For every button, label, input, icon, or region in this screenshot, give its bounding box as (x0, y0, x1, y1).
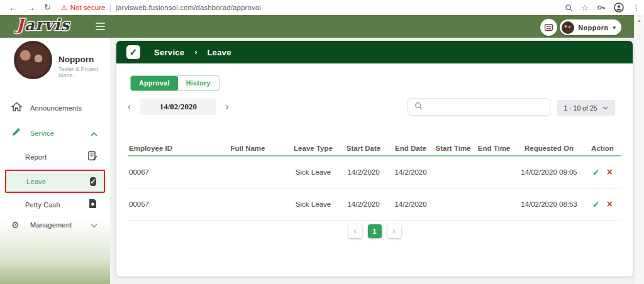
sidebar-item-management[interactable]: ⚙ Management (0, 214, 110, 236)
cell-start-date: 14/2/2020 (338, 200, 389, 208)
sidebar-item-label: Management (30, 221, 72, 229)
col-end-time: End Time (474, 145, 514, 152)
cell-end-date: 14/2/2020 (389, 168, 433, 176)
sidebar-item-leave[interactable]: Leave ✓ (5, 170, 105, 193)
pencil-icon (11, 127, 21, 139)
refresh-icon[interactable]: ↻ (44, 0, 51, 15)
user-menu-button[interactable]: Nopporn ▾ (560, 19, 621, 35)
breadcrumb-section[interactable]: Service (154, 48, 184, 57)
col-start-time: Start Time (433, 145, 474, 152)
screen: ← → ↻ ⚠ Not secure jarvisweb.fusionsol.c… (0, 0, 644, 284)
petty-cash-icon (88, 199, 97, 211)
cell-employee-id: 00057 (128, 200, 208, 208)
page-1-button[interactable]: 1 (368, 224, 382, 238)
browser-actions: ☆ ⋮ (565, 0, 640, 15)
profile-name: Nopporn (58, 55, 94, 64)
sidebar-item-service[interactable]: Service (0, 122, 110, 145)
main-area: ✓ Service › Leave Approval History ‹ 14/… (110, 38, 634, 284)
col-requested-on: Requested On (514, 145, 584, 152)
chevron-down-icon (91, 219, 97, 231)
search-icon (414, 101, 423, 112)
col-full-name: Full Name (208, 145, 288, 152)
hamburger-menu-icon[interactable] (96, 23, 105, 32)
report-icon (87, 151, 97, 163)
address-divider (110, 4, 111, 12)
table-header-row: Employee ID Full Name Leave Type Start D… (128, 141, 621, 156)
col-leave-type: Leave Type (288, 145, 338, 152)
cell-requested-on: 14/02/2020 08:53 (514, 200, 584, 208)
cell-leave-type: Sick Leave (288, 200, 338, 208)
prev-page-button[interactable]: ‹ (348, 224, 362, 238)
sidebar: Nopporn Tester & Project Mana... Announc… (0, 38, 110, 284)
cell-requested-on: 14/02/2020 09:05 (514, 168, 584, 176)
not-secure-warning-icon: ⚠ (61, 4, 67, 12)
sidebar-item-announcements[interactable]: Announcements (0, 97, 110, 119)
sidebar-item-report[interactable]: Report (0, 146, 110, 168)
bookmark-star-icon[interactable]: ☆ (581, 3, 589, 13)
next-page-button[interactable]: › (387, 224, 401, 238)
tab-bar: Approval History (130, 75, 219, 91)
breadcrumb-separator-icon: › (194, 48, 197, 57)
app-header: Jarvis Nopporn ▾ (0, 15, 634, 38)
content-header: ✓ Service › Leave (116, 41, 633, 63)
date-field[interactable]: 14/02/2020 (140, 99, 216, 115)
chevron-down-icon: ▾ (613, 25, 616, 31)
approve-icon[interactable]: ✓ (592, 199, 600, 209)
leave-requests-table: Employee ID Full Name Leave Type Start D… (128, 141, 621, 221)
table-row: 00067 Sick Leave 14/2/2020 14/2/2020 14/… (128, 156, 621, 188)
back-icon[interactable]: ← (9, 0, 18, 15)
password-key-icon[interactable] (597, 3, 606, 12)
not-secure-label[interactable]: Not secure (70, 4, 106, 11)
jarvis-logo[interactable]: Jarvis (16, 16, 70, 34)
next-date-icon[interactable]: › (225, 99, 228, 115)
logo-letter: J (16, 16, 25, 34)
gear-icon: ⚙ (11, 220, 19, 230)
tab-approval[interactable]: Approval (131, 76, 178, 90)
col-start-date: Start Date (338, 145, 389, 152)
reject-icon[interactable]: × (607, 168, 613, 177)
cell-leave-type: Sick Leave (288, 168, 338, 176)
chevron-down-icon (602, 106, 608, 110)
cell-action: ✓ × (584, 167, 621, 177)
logo-text: arvis (25, 16, 70, 34)
breadcrumb-page: Leave (207, 48, 231, 57)
cell-end-date: 14/2/2020 (389, 200, 433, 208)
sidebar-item-label: Leave (26, 178, 46, 185)
prev-date-icon[interactable]: ‹ (128, 99, 131, 115)
sidebar-item-label: Announcements (30, 104, 82, 112)
tab-history[interactable]: History (178, 76, 219, 90)
url-text[interactable]: jarvisweb.fusionsol.com/dashborad/approv… (116, 4, 261, 11)
forward-icon[interactable]: → (26, 0, 35, 15)
browser-chrome: ← → ↻ ⚠ Not secure jarvisweb.fusionsol.c… (0, 0, 644, 15)
search-icon[interactable] (565, 4, 573, 12)
search-input[interactable] (428, 103, 550, 111)
search-box[interactable] (408, 98, 550, 116)
browser-profile-icon[interactable] (614, 3, 624, 13)
sidebar-item-label: Petty Cash (25, 201, 60, 209)
approve-icon[interactable]: ✓ (592, 167, 600, 177)
leave-module-icon: ✓ (126, 45, 140, 59)
keyboard-button[interactable] (540, 19, 557, 36)
col-action: Action (584, 145, 621, 152)
home-icon (11, 102, 22, 114)
results-range-select[interactable]: 1 - 10 of 25 (557, 100, 615, 116)
reject-icon[interactable]: × (607, 200, 613, 209)
sidebar-item-petty-cash[interactable]: Petty Cash (0, 194, 110, 216)
cell-action: ✓ × (584, 199, 621, 209)
content-card: ✓ Service › Leave Approval History ‹ 14/… (116, 41, 633, 276)
browser-menu-icon[interactable]: ⋮ (632, 3, 640, 13)
col-employee-id: Employee ID (128, 145, 208, 152)
address-bar[interactable]: ⚠ Not secure jarvisweb.fusionsol.com/das… (61, 4, 261, 12)
pagination: ‹ 1 › (116, 224, 633, 238)
scroll-up-arrow-icon[interactable]: ▲ (635, 18, 644, 23)
col-end-date: End Date (389, 145, 433, 152)
user-name: Nopporn (579, 24, 609, 31)
sidebar-item-label: Service (30, 129, 54, 137)
results-range-value: 1 - 10 of 25 (564, 104, 597, 112)
cell-employee-id: 00067 (128, 168, 208, 176)
check-icon: ✓ (90, 177, 96, 186)
user-avatar (562, 21, 574, 34)
profile-avatar[interactable] (14, 41, 52, 79)
sidebar-item-label: Report (25, 153, 47, 161)
page-scrollbar[interactable]: ▲ (634, 15, 644, 284)
